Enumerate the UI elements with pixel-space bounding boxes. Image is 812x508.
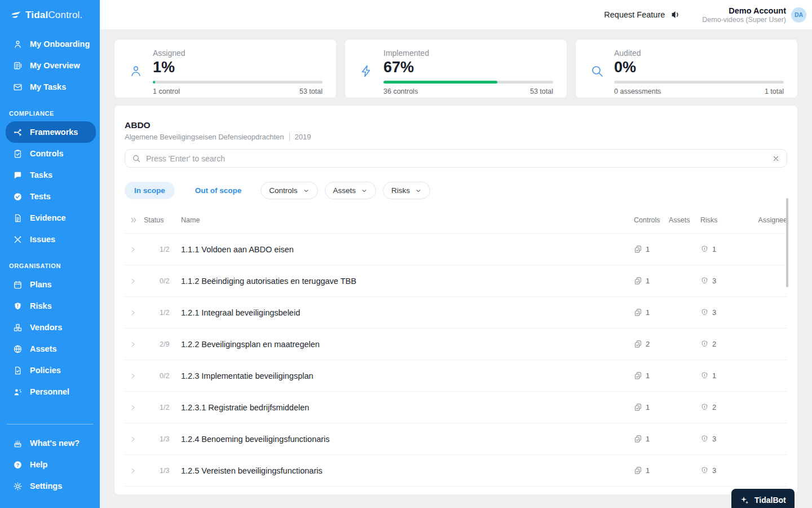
progress-bar <box>153 81 323 84</box>
clear-search-icon[interactable] <box>772 155 780 163</box>
envelope-icon <box>12 82 23 92</box>
framework-subtitle: Algemene Beveiligingseisen Defensieopdra… <box>125 133 787 141</box>
sidebar-item-settings[interactable]: Settings <box>0 475 100 497</box>
table-row[interactable]: 0/2 1.2.3 Implementatie beveiligingsplan… <box>125 360 787 391</box>
expand-all-icon[interactable] <box>125 216 144 224</box>
controls-count: 1 <box>646 466 650 475</box>
request-feature-button[interactable]: Request Feature <box>604 10 681 20</box>
progress-fill <box>153 81 155 84</box>
magnifier-icon <box>590 64 604 78</box>
sparkles-icon <box>740 496 749 505</box>
sidebar-item-personnel[interactable]: Personnel <box>0 381 100 402</box>
table-row[interactable]: 1/2 1.1.1 Voldoen aan ABDO eisen 1 1 <box>125 233 787 265</box>
progress-bar <box>614 81 784 84</box>
chevron-right-icon[interactable] <box>125 436 144 443</box>
table-row[interactable]: 2/9 1.2.2 Beveiligingsplan en maatregele… <box>125 328 787 360</box>
row-fraction: 1/2 <box>160 309 181 317</box>
table-row[interactable]: 1/3 1.2.5 Vereisten beveiligingsfunction… <box>125 454 787 486</box>
tidalbot-button[interactable]: TidalBot <box>731 489 795 508</box>
sidebar-item-help[interactable]: ? Help <box>0 454 100 475</box>
sidebar-item-whats-new[interactable]: What's new? <box>0 432 100 454</box>
chevron-right-icon[interactable] <box>125 341 144 348</box>
sidebar-item-label: Vendors <box>30 323 62 332</box>
sidebar-item-label: Frameworks <box>30 128 78 137</box>
sidebar-item-policies[interactable]: Policies <box>0 360 100 381</box>
avatar[interactable]: DA <box>791 7 806 23</box>
risks-cell: 1 <box>700 371 736 380</box>
table-row-partial[interactable] <box>125 486 787 495</box>
svg-text:?: ? <box>16 462 19 467</box>
controls-cell: 1 <box>634 403 669 411</box>
chevron-right-icon[interactable] <box>125 467 144 474</box>
copy-check-icon <box>634 245 642 253</box>
account-menu[interactable]: Demo Account Demo-videos (Super User) DA <box>702 6 806 24</box>
filter-in-scope[interactable]: In scope <box>125 182 175 199</box>
progress-bar <box>383 81 553 84</box>
risks-cell: 3 <box>700 435 736 443</box>
copy-check-icon <box>634 277 642 285</box>
controls-count: 1 <box>646 435 650 443</box>
controls-count: 2 <box>646 340 650 348</box>
filter-assets-dropdown[interactable]: Assets <box>325 182 377 199</box>
sidebar-item-label: Controls <box>30 149 64 158</box>
chevron-right-icon[interactable] <box>125 246 144 253</box>
people-icon <box>12 387 23 397</box>
stat-percent: 67% <box>383 59 553 76</box>
chevron-right-icon[interactable] <box>125 309 144 316</box>
chevron-down-icon <box>361 187 368 194</box>
sidebar-item-vendors[interactable]: Vendors <box>0 317 100 338</box>
sidebar-item-label: Tasks <box>30 170 52 179</box>
chevron-right-icon[interactable] <box>125 278 144 284</box>
sidebar-section-compliance: COMPLIANCE <box>0 110 100 121</box>
sidebar-item-assets[interactable]: Assets <box>0 338 100 360</box>
vertical-scrollbar[interactable] <box>786 198 788 287</box>
filter-controls-dropdown[interactable]: Controls <box>261 182 317 199</box>
table-row[interactable]: 1/2 1.2.1 Integraal beveiligingsbeleid 1… <box>125 296 787 328</box>
sidebar-item-my-overview[interactable]: My Overview <box>0 55 100 76</box>
sidebar-item-label: Settings <box>30 481 62 491</box>
sidebar-item-tests[interactable]: Tests <box>0 186 100 207</box>
sidebar-item-tasks[interactable]: Tasks <box>0 164 100 186</box>
framework-year: 2019 <box>289 133 311 141</box>
sidebar-item-evidence[interactable]: Evidence <box>0 207 100 229</box>
sidebar-item-controls[interactable]: Controls <box>0 143 100 164</box>
controls-cell: 1 <box>634 371 669 380</box>
controls-cell: 1 <box>634 277 669 285</box>
shield-alert-icon <box>700 277 709 285</box>
overview-icon <box>12 60 23 71</box>
row-fraction: 0/2 <box>160 372 181 380</box>
control-name: 1.2.4 Benoeming beveiligingsfunctionaris <box>181 435 634 444</box>
shield-alert-icon <box>700 245 709 253</box>
search-input[interactable] <box>146 154 767 163</box>
stat-card-audited: Audited 0% 0 assessments 1 total <box>575 39 798 98</box>
stat-total: 53 total <box>299 87 323 95</box>
sidebar-item-plans[interactable]: Plans <box>0 274 100 295</box>
brand-name: TidalControl. <box>25 10 83 21</box>
sidebar: TidalControl. My Onboarding My Overview … <box>0 0 100 508</box>
chevron-right-icon[interactable] <box>125 373 144 379</box>
shield-alert-icon <box>700 371 709 380</box>
sidebar-item-my-tasks[interactable]: My Tasks <box>0 76 100 98</box>
sidebar-item-my-onboarding[interactable]: My Onboarding <box>0 33 100 55</box>
table-row[interactable]: 1/2 1.2.3.1 Registratie bedrijfsmiddelen… <box>125 391 787 423</box>
row-fraction: 1/3 <box>160 435 181 443</box>
sidebar-item-frameworks[interactable]: Frameworks <box>6 121 96 143</box>
sidebar-item-issues[interactable]: Issues <box>0 229 100 250</box>
sidebar-item-label: Policies <box>30 366 61 375</box>
row-fraction: 2/9 <box>160 340 181 348</box>
controls-count: 1 <box>646 371 650 380</box>
stat-count: 36 controls <box>383 87 418 95</box>
table-header: Status Name Controls Assets Risks Assign… <box>125 207 787 233</box>
table-row[interactable]: 1/3 1.2.4 Benoeming beveiligingsfunction… <box>125 423 787 454</box>
sidebar-item-risks[interactable]: Risks <box>0 295 100 317</box>
filter-out-of-scope[interactable]: Out of scope <box>189 182 248 199</box>
chevron-right-icon[interactable] <box>125 404 144 411</box>
filter-risks-dropdown[interactable]: Risks <box>383 182 430 199</box>
shield-alert-icon <box>700 403 709 411</box>
controls-count: 1 <box>646 308 650 317</box>
globe-icon <box>12 344 23 354</box>
table-row[interactable]: 0/2 1.1.2 Beëindiging autorisaties en te… <box>125 265 787 296</box>
brand-logo[interactable]: TidalControl. <box>0 0 100 30</box>
sidebar-divider <box>7 424 93 424</box>
sidebar-item-label: Evidence <box>30 213 66 222</box>
